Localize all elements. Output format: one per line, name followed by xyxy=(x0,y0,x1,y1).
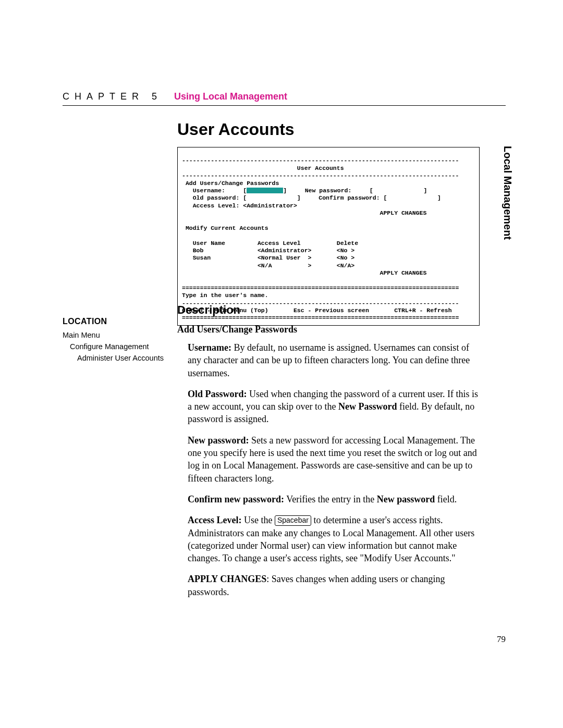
desc-confirm-password: Confirm new password: Verifies the entry… xyxy=(177,493,480,505)
term-table-header: User Name Access Level Delete xyxy=(182,240,358,246)
term-hint: Type in the user's name. xyxy=(182,292,268,299)
term-apply-2: APPLY CHANGES xyxy=(182,269,426,276)
breadcrumb: Configure Management xyxy=(70,341,167,353)
terminal-screenshot: ----------------------------------------… xyxy=(177,147,480,326)
description-heading: Description xyxy=(177,303,480,317)
term-apply-1: APPLY CHANGES xyxy=(182,209,426,216)
subsection-heading: Add Users/Change Passwords xyxy=(177,324,480,335)
page-title: User Accounts xyxy=(177,120,295,139)
term-rule: ----------------------------------------… xyxy=(182,172,459,179)
desc-username: Username: By default, no username is ass… xyxy=(177,341,480,379)
location-block: LOCATION Main Menu Configure Management … xyxy=(63,315,167,364)
breadcrumb: Administer User Accounts xyxy=(77,353,167,364)
term-section-modify: Modify Current Accounts xyxy=(182,225,268,231)
description-column: Description Add Users/Change Passwords U… xyxy=(177,303,480,607)
term-row-username: Username: [] New password: [ ] xyxy=(182,187,427,194)
term-table-row: Bob <Administrator> <No > xyxy=(182,247,354,254)
desc-apply-changes: APPLY CHANGES: Saves changes when adding… xyxy=(177,573,480,598)
term-rule: ----------------------------------------… xyxy=(182,157,459,164)
term-row-access: Access Level: <Administrator> xyxy=(182,202,297,209)
desc-access-level: Access Level: Use the Spacebar to determ… xyxy=(177,514,480,564)
term-table-row: Susan <Normal User > <No > xyxy=(182,254,354,261)
term-title: User Accounts xyxy=(182,165,344,171)
breadcrumb: Main Menu xyxy=(63,330,167,341)
keycap-spacebar: Spacebar xyxy=(275,515,311,526)
page-header: CHAPTER 5 Using Local Management xyxy=(63,91,506,106)
term-rule: ========================================… xyxy=(182,285,459,291)
term-row-oldpw: Old password: [ ] Confirm password: [ ] xyxy=(182,194,441,201)
term-section-add: Add Users/Change Passwords xyxy=(182,180,279,187)
location-heading: LOCATION xyxy=(63,315,167,328)
desc-new-password: New password: Sets a new password for ac… xyxy=(177,434,480,485)
chapter-label: CHAPTER 5 xyxy=(63,91,162,102)
term-table-row: <N/A > <N/A> xyxy=(182,262,354,269)
section-title: Using Local Management xyxy=(174,91,287,102)
desc-old-password: Old Password: Used when changing the pas… xyxy=(177,388,480,426)
side-tab-label: Local Management xyxy=(501,146,513,240)
page-number: 79 xyxy=(497,634,506,645)
term-cursor-highlight xyxy=(247,188,283,193)
